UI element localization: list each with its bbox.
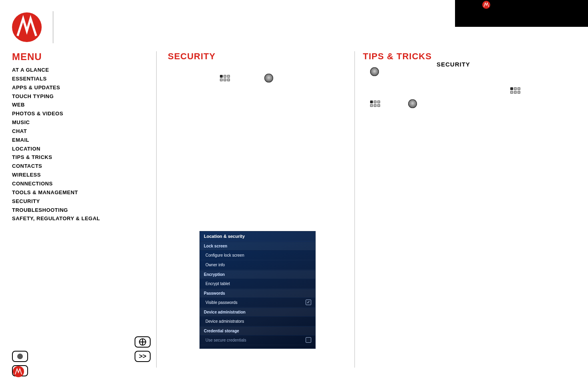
inline-icon-row [220,74,344,82]
menu-item-tips-tricks[interactable]: TIPS & TRICKS [12,154,128,161]
motorola-logo-icon [12,12,42,42]
menu-item-photos-videos[interactable]: PHOTOS & VIDEOS [12,110,128,118]
header-life-strip [455,0,588,27]
device-row-label: Owner info [205,263,225,267]
settings-icon [408,99,417,108]
device-row-visible-passwords[interactable]: Visible passwords [200,298,315,308]
device-row-owner-info[interactable]: Owner info [200,260,315,270]
right-column: SECURITY [437,61,577,94]
menu-item-tools-management[interactable]: TOOLS & MANAGEMENT [12,189,128,197]
device-row-label: Configure lock screen [205,253,244,257]
device-row-label: Visible passwords [205,300,238,305]
menu-column: MENU AT A GLANCE ESSENTIALS APPS & UPDAT… [12,51,128,224]
menu-item-apps-updates[interactable]: APPS & UPDATES [12,84,128,92]
home-button[interactable] [12,351,28,362]
forward-button[interactable]: >> [135,351,151,362]
menu-item-web[interactable]: WEB [12,101,128,109]
support-button[interactable] [135,336,151,348]
section-title-tips: TIPS & TRICKS [363,51,455,62]
motorola-logo-icon [13,366,24,377]
footer-bar: << >> [12,328,576,376]
globe-icon [139,338,146,346]
device-row-encrypt-tablet[interactable]: Encrypt tablet [200,279,315,289]
device-row-label: Encrypt tablet [205,281,230,286]
apps-icon [510,87,520,94]
menu-heading: MENU [12,51,128,62]
tips-column: TIPS & TRICKS [354,51,455,368]
settings-icon [370,67,379,76]
menu-item-troubleshooting[interactable]: TROUBLESHOOTING [12,207,128,214]
device-row-device-administrators[interactable]: Device administrators [200,317,315,326]
right-heading-security: SECURITY [437,61,577,68]
menu-item-safety-legal[interactable]: SAFETY, REGULATORY & LEGAL [12,215,128,223]
menu-item-at-a-glance[interactable]: AT A GLANCE [12,66,128,74]
menu-item-contacts[interactable]: CONTACTS [12,163,128,170]
menu-item-wireless[interactable]: WIRELESS [12,171,128,179]
motorola-logo-icon [482,1,490,9]
apps-icon [220,75,230,81]
menu-item-essentials[interactable]: ESSENTIALS [12,75,128,83]
divider [53,11,53,43]
menu-item-connections[interactable]: CONNECTIONS [12,180,128,188]
device-section-passwords: Passwords [200,289,315,298]
brand-block [12,11,53,43]
settings-icon [264,74,273,82]
menu-item-music[interactable]: MUSIC [12,119,128,127]
device-section-device-administration: Device administration [200,308,315,317]
device-titlebar: Location & security [200,231,315,241]
menu-item-chat[interactable]: CHAT [12,128,128,135]
menu-item-touch-typing[interactable]: TOUCH TYPING [12,93,128,101]
menu-list: AT A GLANCE ESSENTIALS APPS & UPDATES TO… [12,66,128,223]
device-row-label: Device administrators [205,319,244,324]
menu-item-location[interactable]: LOCATION [12,145,128,153]
apps-icon [370,101,380,107]
checkbox-icon[interactable] [306,300,311,305]
device-section-lock-screen: Lock screen [200,241,315,251]
device-row-configure-lock-screen[interactable]: Configure lock screen [200,251,315,260]
menu-item-email[interactable]: EMAIL [12,137,128,144]
device-section-encryption: Encryption [200,270,315,279]
menu-item-security[interactable]: SECURITY [12,198,128,205]
section-title-security: SECURITY [168,51,344,62]
